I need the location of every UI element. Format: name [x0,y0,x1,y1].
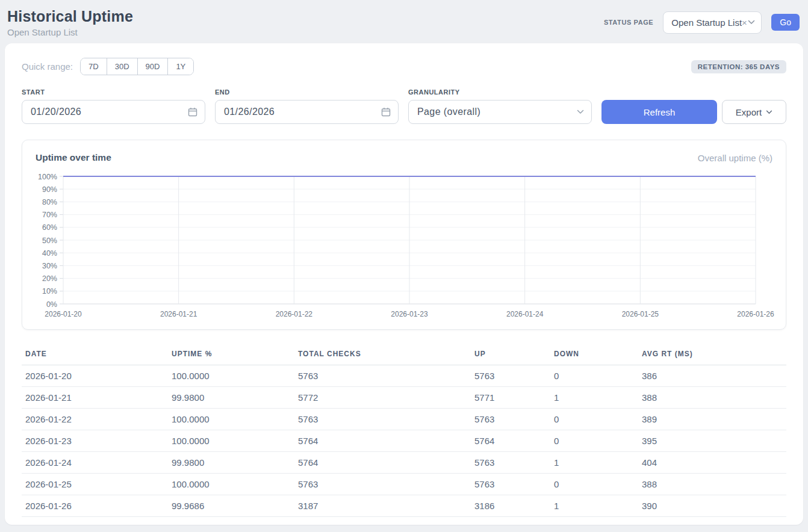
table-cell: 2026-01-25 [22,474,168,495]
quick-range-row: Quick range: 7D 30D 90D 1Y RETENTION: 36… [22,58,786,75]
retention-badge: RETENTION: 365 DAYS [691,60,786,73]
filter-fields-row: START 01/20/2026 END 01/26/2026 GRANULAR… [22,88,786,124]
granularity-label: GRANULARITY [408,88,592,96]
column-header: UPTIME % [168,344,294,365]
calendar-icon[interactable] [188,107,197,117]
granularity-value: Page (overall) [417,107,480,117]
column-header: DOWN [550,344,638,365]
table-cell: 5763 [294,409,471,430]
chart-title: Uptime over time [36,152,111,163]
table-cell: 100.0000 [168,430,294,452]
quick-range-30d-button[interactable]: 30D [107,58,137,75]
table-header-row: DATEUPTIME %TOTAL CHECKSUPDOWNAVG RT (MS… [22,344,786,365]
table-row: 2026-01-20100.0000576357630386 [22,365,786,387]
table-cell: 1 [550,495,638,517]
svg-text:100%: 100% [38,173,57,181]
status-page-value: Open Startup List [671,17,742,28]
table-cell: 395 [638,430,786,452]
table-cell: 2026-01-23 [22,430,168,452]
svg-text:2026-01-26: 2026-01-26 [737,310,774,318]
svg-text:20%: 20% [42,274,57,283]
go-button[interactable]: Go [771,14,800,31]
svg-text:2026-01-24: 2026-01-24 [506,310,544,318]
svg-text:2026-01-21: 2026-01-21 [160,310,197,318]
table-cell: 5763 [294,365,471,387]
table-cell: 390 [638,495,786,517]
svg-text:2026-01-23: 2026-01-23 [391,310,428,318]
table-cell: 0 [550,409,638,430]
table-row: 2026-01-2199.9800577257711388 [22,387,786,409]
table-cell: 0 [550,430,638,452]
svg-text:80%: 80% [42,198,57,206]
table-cell: 1 [550,387,638,409]
status-page-label: STATUS PAGE [604,19,653,26]
end-date-label: END [215,88,399,96]
table-cell: 389 [638,409,786,430]
table-cell: 5772 [294,387,471,409]
top-bar: Historical Uptime Open Startup List STAT… [0,0,808,43]
table-cell: 5763 [471,452,550,474]
table-cell: 5771 [471,387,550,409]
table-row: 2026-01-25100.0000576357630388 [22,474,786,495]
table-cell: 404 [638,452,786,474]
quick-range-1y-button[interactable]: 1Y [167,58,193,75]
uptime-chart: 0%10%20%30%40%50%60%70%80%90%100%2026-01… [36,170,772,322]
svg-text:2026-01-25: 2026-01-25 [622,310,659,318]
uptime-table: DATEUPTIME %TOTAL CHECKSUPDOWNAVG RT (MS… [22,344,786,517]
chevron-down-icon [766,110,772,114]
refresh-button[interactable]: Refresh [601,100,717,124]
quick-range-7d-button[interactable]: 7D [81,58,107,75]
table-cell: 5764 [471,430,550,452]
table-cell: 1 [550,452,638,474]
table-cell: 100.0000 [168,409,294,430]
status-page-select[interactable]: Open Startup List × [663,11,762,34]
granularity-field: GRANULARITY Page (overall) [408,88,592,124]
svg-text:90%: 90% [42,185,57,194]
table-cell: 5764 [294,452,471,474]
chart-card: Uptime over time Overall uptime (%) 0%10… [22,140,786,330]
table-body: 2026-01-20100.00005763576303862026-01-21… [22,365,786,517]
table-row: 2026-01-2699.9686318731861390 [22,495,786,517]
page-title: Historical Uptime [7,8,133,25]
export-button[interactable]: Export [722,100,786,124]
chevron-down-icon [577,110,584,114]
chart-legend: Overall uptime (%) [698,153,772,163]
table-cell: 5763 [471,409,550,430]
end-date-field: END 01/26/2026 [215,88,399,124]
start-date-field: START 01/20/2026 [22,88,205,124]
svg-text:0%: 0% [46,300,57,309]
svg-text:2026-01-22: 2026-01-22 [276,310,313,318]
export-label: Export [736,107,762,117]
table-cell: 2026-01-20 [22,365,168,387]
svg-text:50%: 50% [42,237,57,245]
quick-range-90d-button[interactable]: 90D [137,58,168,75]
svg-text:10%: 10% [42,287,57,295]
end-date-value: 01/26/2026 [224,107,275,117]
table-cell: 386 [638,365,786,387]
table-cell: 2026-01-26 [22,495,168,517]
column-header: TOTAL CHECKS [294,344,471,365]
table-cell: 5763 [471,474,550,495]
table-row: 2026-01-2499.9800576457631404 [22,452,786,474]
table-cell: 3186 [471,495,550,517]
chevron-down-icon [748,20,755,25]
calendar-icon[interactable] [381,107,391,117]
page-subtitle: Open Startup List [7,27,133,37]
table-cell: 5763 [471,365,550,387]
table-cell: 5763 [294,474,471,495]
table-cell: 2026-01-24 [22,452,168,474]
table-cell: 3187 [294,495,471,517]
table-cell: 100.0000 [168,474,294,495]
table-row: 2026-01-23100.0000576457640395 [22,430,786,452]
table-row: 2026-01-22100.0000576357630389 [22,409,786,430]
column-header: DATE [22,344,168,365]
granularity-select[interactable]: Page (overall) [408,100,592,124]
svg-text:30%: 30% [42,262,57,270]
table-cell: 388 [638,474,786,495]
end-date-input[interactable]: 01/26/2026 [215,100,399,124]
quick-range-label: Quick range: [22,61,73,72]
table-cell: 99.9686 [168,495,294,517]
start-date-input[interactable]: 01/20/2026 [22,100,205,124]
clear-icon[interactable]: × [742,18,747,27]
table-cell: 100.0000 [168,365,294,387]
